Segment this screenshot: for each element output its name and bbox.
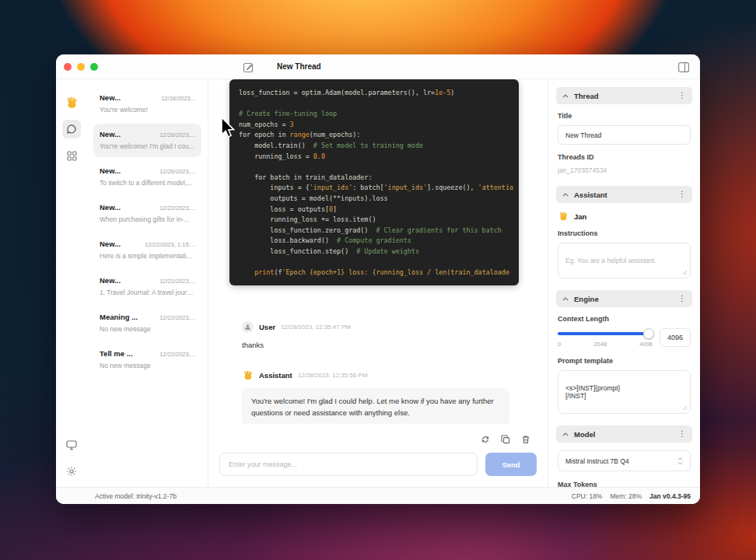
context-length-label: Context Length xyxy=(558,315,691,323)
section-title: Engine xyxy=(574,295,673,303)
thread-item-preview: No new message xyxy=(100,325,195,333)
assistant-message: Assistant 12/28/2023, 12:35:56 PM You're… xyxy=(229,369,519,424)
active-model-status: Active model: trinity-v1.2-7b xyxy=(56,492,572,500)
threads-id-value: jan_1703574534 xyxy=(558,166,691,174)
minimize-window-button[interactable] xyxy=(77,63,85,71)
instructions-textarea[interactable]: Eg. You are a helpful assistant. xyxy=(558,243,691,278)
zoom-window-button[interactable] xyxy=(90,63,98,71)
message-timestamp: 12/28/2023, 12:35:47 PM xyxy=(281,324,351,331)
chevron-up-icon xyxy=(562,432,569,436)
settings-gear-icon[interactable] xyxy=(62,462,81,481)
message-timestamp: 12/28/2023, 12:35:56 PM xyxy=(298,372,368,379)
jan-hand-icon xyxy=(558,211,569,222)
code-line: # Create fine-tuning loop xyxy=(239,109,509,120)
chat-column: loss_function = optim.Adam(model.paramet… xyxy=(208,79,548,487)
thread-list-item[interactable]: New...12/26/2023,...To switch to a diffe… xyxy=(93,160,201,194)
tick-min: 0 xyxy=(558,341,561,348)
thread-list-item[interactable]: New...12/22/2023,...1. Travel Journal: A… xyxy=(93,270,201,303)
thread-item-date: 12/22/2023, 1:15:... xyxy=(145,241,195,248)
thread-list-item[interactable]: New...12/22/2023, 1:15:...Here is a simp… xyxy=(93,233,201,267)
instructions-placeholder: Eg. You are a helpful assistant. xyxy=(565,257,656,264)
thread-item-title: New... xyxy=(100,276,121,285)
cpu-usage: CPU: 18% xyxy=(572,492,603,500)
thread-list-item[interactable]: Meaning ...12/22/2023,...No new message xyxy=(93,306,201,340)
prompt-template-label: Prompt template xyxy=(558,357,691,365)
page-title: New Thread xyxy=(277,62,321,71)
thread-item-title: New... xyxy=(100,93,121,102)
assistant-avatar-icon xyxy=(242,369,254,381)
chevron-up-icon xyxy=(562,94,569,98)
status-bar: Active model: trinity-v1.2-7b CPU: 18% M… xyxy=(56,487,700,504)
thread-item-preview: When purchasing gifts for in-... xyxy=(100,215,195,223)
chat-scroll-area[interactable]: loss_function = optim.Adam(model.paramet… xyxy=(208,79,548,424)
code-line: running_loss += loss.item() xyxy=(239,215,509,226)
model-menu-icon[interactable]: ⋮ xyxy=(678,430,686,438)
thread-item-date: 12/22/2023,... xyxy=(159,278,195,285)
thread-list-item[interactable]: New...12/22/2023,...When purchasing gift… xyxy=(93,197,201,230)
model-section-header[interactable]: Model ⋮ xyxy=(556,425,692,443)
thread-item-title: New... xyxy=(100,240,121,248)
code-line xyxy=(239,257,509,268)
engine-menu-icon[interactable]: ⋮ xyxy=(678,295,686,303)
thread-list-item[interactable]: New...12/28/2023...You're welcome! xyxy=(93,87,201,121)
copy-icon[interactable] xyxy=(499,433,512,446)
thread-item-date: 12/26/2023,... xyxy=(159,168,195,175)
resize-handle-icon[interactable] xyxy=(682,270,688,275)
assistant-menu-icon[interactable]: ⋮ xyxy=(678,191,686,198)
rail-chat-tab[interactable] xyxy=(62,120,81,138)
main-area: New...12/28/2023...You're welcome!New...… xyxy=(56,79,700,487)
app-version: Jan v0.4.3-95 xyxy=(649,492,691,500)
prompt-template-textarea[interactable]: <s>[INST]{prompt} [/INST] xyxy=(558,370,691,414)
tick-max: 4096 xyxy=(639,341,653,348)
code-line xyxy=(239,99,509,110)
thread-item-title: New... xyxy=(100,166,121,175)
context-length-slider[interactable] xyxy=(558,332,653,335)
slider-ticks: 0 2048 4096 xyxy=(558,341,653,348)
new-thread-icon[interactable] xyxy=(241,60,255,74)
up-down-chevrons-icon xyxy=(677,457,683,465)
jan-app-window: New Thread xyxy=(56,54,700,504)
engine-section: Engine ⋮ Context Length 0 xyxy=(556,290,692,417)
code-line: running_loss = 0.0 xyxy=(239,152,509,163)
code-block: loss_function = optim.Adam(model.paramet… xyxy=(229,79,519,285)
code-line: print(f'Epoch {epoch+1} loss: {running_l… xyxy=(239,268,509,278)
rail-hub-tab[interactable] xyxy=(62,146,81,165)
chevron-up-icon xyxy=(562,193,569,197)
close-window-button[interactable] xyxy=(64,63,72,71)
code-line xyxy=(239,162,509,173)
model-select-value: Mistral Instruct 7B Q4 xyxy=(565,457,673,465)
system-monitor-icon[interactable] xyxy=(62,436,81,454)
thread-menu-icon[interactable]: ⋮ xyxy=(678,92,686,100)
title-label: Title xyxy=(558,112,691,120)
section-title: Thread xyxy=(574,92,673,100)
message-role: Assistant xyxy=(259,371,292,380)
assistant-section-header[interactable]: Assistant ⋮ xyxy=(556,186,692,203)
model-select[interactable]: Mistral Instruct 7B Q4 xyxy=(558,450,691,471)
resize-handle-icon[interactable] xyxy=(682,405,688,411)
engine-section-header[interactable]: Engine ⋮ xyxy=(556,290,692,307)
user-message: User 12/28/2023, 12:35:47 PM thanks xyxy=(229,321,519,349)
assistant-name: Jan xyxy=(574,212,586,221)
toggle-right-panel-icon[interactable] xyxy=(677,60,691,74)
prompt-template-value: <s>[INST]{prompt} [/INST] xyxy=(565,384,620,400)
code-line: loss.backward() # Compute gradients xyxy=(239,236,509,247)
context-length-value[interactable]: 4096 xyxy=(660,328,691,347)
message-input-row: Send xyxy=(208,446,548,487)
regenerate-icon[interactable] xyxy=(479,433,492,446)
thread-section-header[interactable]: Thread ⋮ xyxy=(556,87,692,104)
thread-item-title: Meaning ... xyxy=(100,313,138,321)
thread-item-preview: Here is a simple implementati... xyxy=(100,252,195,260)
thread-title-input[interactable] xyxy=(558,125,691,145)
thread-list-item[interactable]: New...12/28/2023,...You're welcome! I'm … xyxy=(93,124,201,157)
thread-section: Thread ⋮ Title Threads ID jan_1703574534 xyxy=(556,87,692,177)
thread-item-title: New... xyxy=(100,130,121,138)
message-text: thanks xyxy=(242,341,519,349)
thread-item-date: 12/28/2023,... xyxy=(159,131,195,138)
send-button[interactable]: Send xyxy=(485,453,537,476)
message-role: User xyxy=(259,323,275,331)
slider-knob[interactable] xyxy=(643,328,654,339)
traffic-lights xyxy=(56,63,208,71)
delete-icon[interactable] xyxy=(520,433,532,446)
thread-list-item[interactable]: Tell me ...12/22/2023,...No new message xyxy=(93,343,201,376)
message-input[interactable] xyxy=(219,453,478,476)
